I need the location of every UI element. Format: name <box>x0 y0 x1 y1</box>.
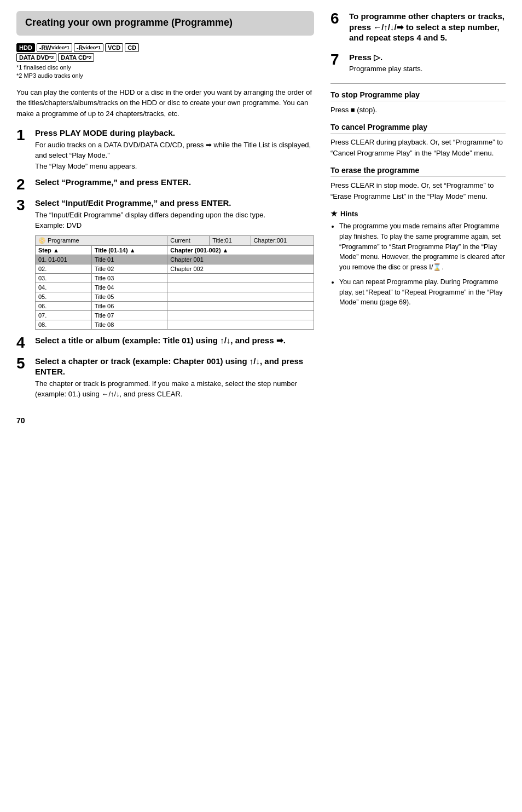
hints-icon: ★ <box>330 209 338 218</box>
badge-row-2: DATA DVD*2 DATA CD*2 <box>16 53 314 62</box>
step-4-title: Select a title or album (example: Title … <box>35 335 314 346</box>
step-4-content: Select a title or album (example: Title … <box>35 335 314 346</box>
table-cell-title: Title 07 <box>91 310 167 320</box>
table-row: 07. Title 07 <box>36 310 314 320</box>
badge-hdd: HDD <box>16 43 35 52</box>
table-cell-title: Title 01 <box>91 255 167 264</box>
table-col-step: Step ▲ <box>36 245 92 255</box>
table-row: 06. Title 06 <box>36 301 314 310</box>
section-stop-heading: To stop Programme play <box>330 90 506 101</box>
step-4: 4 Select a title or album (example: Titl… <box>16 335 314 350</box>
hints-section: ★ Hints The programme you made remains a… <box>330 209 506 308</box>
step-3-title: Select “Input/Edit Programme,” and press… <box>35 198 314 209</box>
table-col-title: Title (01-14) ▲ <box>91 245 167 255</box>
footnote-1: *1 finalised disc only <box>16 64 314 71</box>
step-5-num: 5 <box>16 356 32 371</box>
footnote-2: *2 MP3 audio tracks only <box>16 72 314 79</box>
hints-item-2: You can repeat Programme play. During Pr… <box>339 277 506 308</box>
table-row: 03. Title 03 <box>36 273 314 283</box>
divider-1 <box>330 83 506 84</box>
table-cell-chapter <box>167 283 314 292</box>
table-cell-step: 03. <box>36 273 92 283</box>
table-header-programme: 📀 Programme <box>36 235 167 245</box>
hints-list: The programme you made remains after Pro… <box>330 221 506 308</box>
badge-rwvideo: -RWVideo*1 <box>37 43 72 52</box>
table-cell-step: 08. <box>36 320 92 329</box>
badge-rvideo: -Rvideo*1 <box>74 43 103 52</box>
table-col-chapter: Chapter (001-002) ▲ <box>167 245 314 255</box>
step-6-num: 6 <box>330 11 346 26</box>
table-row: 08. Title 08 <box>36 320 314 329</box>
title-box: Creating your own programme (Programme) <box>16 11 314 36</box>
step-2-title: Select “Programme,” and press ENTER. <box>35 177 314 188</box>
page-container: Creating your own programme (Programme) … <box>16 11 506 425</box>
step-6-content: To programme other chapters or tracks, p… <box>349 11 506 43</box>
table-row: 04. Title 04 <box>36 283 314 292</box>
table-header-title: Title:01 <box>210 235 251 245</box>
table-cell-chapter <box>167 292 314 301</box>
step-5-content: Select a chapter or track (example: Chap… <box>35 356 314 400</box>
step-7-content: Press ▷. Programme play starts. <box>349 52 506 74</box>
programme-table: 📀 Programme Current Title:01 Chapter:001… <box>35 235 314 330</box>
step-4-num: 4 <box>16 335 32 350</box>
section-erase-body: Press CLEAR in stop mode. Or, set “Progr… <box>330 180 506 201</box>
left-column: Creating your own programme (Programme) … <box>16 11 314 425</box>
step-3-body: The “Input/Edit Programme” display diffe… <box>35 210 314 231</box>
table-row: 01. 01-001 Title 01 Chapter 001 <box>36 255 314 264</box>
table-cell-chapter <box>167 301 314 310</box>
page-number: 70 <box>16 416 314 425</box>
section-stop-body: Press ■ (stop). <box>330 105 506 116</box>
table-cell-chapter <box>167 320 314 329</box>
step-3: 3 Select “Input/Edit Programme,” and pre… <box>16 198 314 330</box>
table-cell-chapter: Chapter 001 <box>167 255 314 264</box>
step-2-num: 2 <box>16 177 32 192</box>
section-cancel-body: Press CLEAR during playback. Or, set “Pr… <box>330 137 506 158</box>
table-cell-title: Title 04 <box>91 283 167 292</box>
table-cell-step: 06. <box>36 301 92 310</box>
step-7-body: Programme play starts. <box>349 64 506 74</box>
step-1: 1 Press PLAY MODE during playback. For a… <box>16 128 314 171</box>
step-6: 6 To programme other chapters or tracks,… <box>330 11 506 43</box>
step-1-num: 1 <box>16 128 32 143</box>
step-2: 2 Select “Programme,” and press ENTER. <box>16 177 314 192</box>
section-stop: To stop Programme play Press ■ (stop). <box>330 90 506 116</box>
step-5: 5 Select a chapter or track (example: Ch… <box>16 356 314 400</box>
hints-title: ★ Hints <box>330 209 506 218</box>
badge-cd: CD <box>125 43 139 52</box>
table-cell-chapter: Chapter 002 <box>167 264 314 273</box>
section-erase: To erase the programme Press CLEAR in st… <box>330 166 506 201</box>
table-cell-step: 05. <box>36 292 92 301</box>
table-header-current: Current <box>167 235 210 245</box>
step-1-content: Press PLAY MODE during playback. For aud… <box>35 128 314 171</box>
hints-label: Hints <box>340 210 358 218</box>
step-7-title: Press ▷. <box>349 52 506 63</box>
section-cancel-heading: To cancel Programme play <box>330 123 506 134</box>
table-cell-chapter <box>167 310 314 320</box>
step-7-num: 7 <box>330 52 346 67</box>
table-row: 02. Title 02 Chapter 002 <box>36 264 314 273</box>
section-erase-heading: To erase the programme <box>330 166 506 177</box>
step-1-title: Press PLAY MODE during playback. <box>35 128 314 139</box>
table-cell-chapter <box>167 273 314 283</box>
step-7: 7 Press ▷. Programme play starts. <box>330 52 506 74</box>
table-cell-title: Title 03 <box>91 273 167 283</box>
step-1-body: For audio tracks on a DATA DVD/DATA CD/C… <box>35 140 314 172</box>
step-3-num: 3 <box>16 198 32 213</box>
step-3-content: Select “Input/Edit Programme,” and press… <box>35 198 314 330</box>
badge-row-1: HDD -RWVideo*1 -Rvideo*1 VCD CD <box>16 43 314 52</box>
badge-vcd: VCD <box>105 43 123 52</box>
table-cell-step: 02. <box>36 264 92 273</box>
table-cell-title: Title 05 <box>91 292 167 301</box>
step-5-body: The chapter or track is programmed. If y… <box>35 378 314 400</box>
step-2-content: Select “Programme,” and press ENTER. <box>35 177 314 188</box>
step-5-title: Select a chapter or track (example: Chap… <box>35 356 314 377</box>
table-header-chapter: Chapter:001 <box>251 235 314 245</box>
intro-text: You can play the contents of the HDD or … <box>16 87 314 119</box>
step-6-title: To programme other chapters or tracks, p… <box>349 11 506 43</box>
page-title: Creating your own programme (Programme) <box>25 16 305 29</box>
table-cell-title: Title 06 <box>91 301 167 310</box>
table-cell-step: 07. <box>36 310 92 320</box>
table-cell-step: 01. 01-001 <box>36 255 92 264</box>
table-cell-step: 04. <box>36 283 92 292</box>
badge-datacd: DATA CD*2 <box>58 53 94 62</box>
